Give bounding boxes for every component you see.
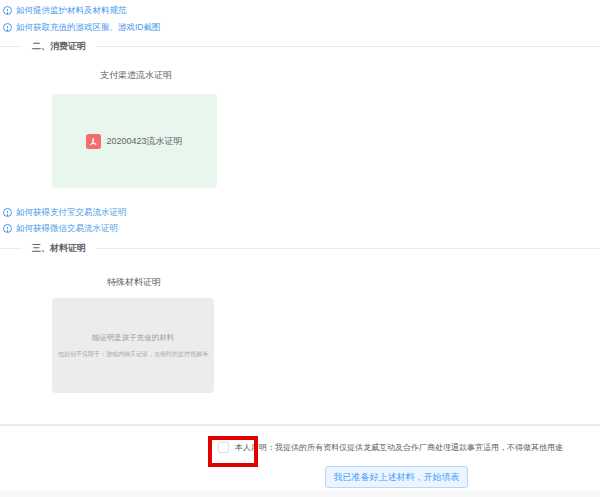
help-link-wechat-statement[interactable]: 如何获得微信交易流水证明 [3, 222, 118, 235]
section-title: 三、材料证明 [32, 242, 86, 255]
info-icon [3, 224, 12, 233]
info-icon [3, 6, 12, 15]
declaration-checkbox[interactable] [218, 442, 229, 453]
horizontal-divider [0, 424, 600, 426]
upload-hint-line2: 包括但不仅限于：游戏内聊天记录，充值时的监控视频等 [58, 350, 208, 359]
pdf-icon [86, 134, 101, 149]
special-material-upload-box[interactable]: 能证明是孩子充值的材料 包括但不仅限于：游戏内聊天记录，充值时的监控视频等 [52, 298, 214, 393]
payment-proof-upload-box: 20200423流水证明 [52, 94, 217, 188]
divider-line [0, 46, 22, 47]
info-icon [3, 23, 12, 32]
info-icon [3, 208, 12, 217]
help-link-label: 如何获得微信交易流水证明 [16, 223, 118, 235]
uploaded-file-item[interactable]: 20200423流水证明 [86, 134, 182, 149]
help-link-game-id-screenshot[interactable]: 如何获取充值的游戏区服、游戏ID截图 [3, 21, 161, 34]
special-material-label: 特殊材料证明 [107, 276, 161, 289]
divider-line [96, 248, 600, 249]
help-link-label: 如何获得支付宝交易流水证明 [16, 207, 127, 219]
section-heading-consumption-proof: 二、消费证明 [0, 40, 600, 52]
declaration-row: 本人声明：我提供的所有资料仅提供龙威互动及合作厂商处理退款事宜适用，不得做其他用… [218, 442, 563, 453]
payment-proof-label: 支付渠道流水证明 [100, 69, 172, 82]
help-link-alipay-statement[interactable]: 如何获得支付宝交易流水证明 [3, 206, 127, 219]
page-bottom-strip [0, 491, 600, 497]
divider-line [96, 46, 600, 47]
help-link-label: 如何提供监护材料及材料规范 [16, 5, 127, 17]
help-link-guardian-materials[interactable]: 如何提供监护材料及材料规范 [3, 4, 127, 17]
start-form-button[interactable]: 我已准备好上述材料，开始填表 [325, 466, 468, 488]
upload-hint-line1: 能证明是孩子充值的材料 [92, 333, 175, 343]
divider-line [0, 248, 22, 249]
section-heading-material-proof: 三、材料证明 [0, 242, 600, 254]
uploaded-file-name: 20200423流水证明 [106, 135, 182, 148]
section-title: 二、消费证明 [32, 40, 86, 53]
help-link-label: 如何获取充值的游戏区服、游戏ID截图 [16, 22, 161, 34]
declaration-text: 本人声明：我提供的所有资料仅提供龙威互动及合作厂商处理退款事宜适用，不得做其他用… [235, 442, 563, 453]
refund-form-page: 如何提供监护材料及材料规范 如何获取充值的游戏区服、游戏ID截图 二、消费证明 … [0, 0, 600, 497]
